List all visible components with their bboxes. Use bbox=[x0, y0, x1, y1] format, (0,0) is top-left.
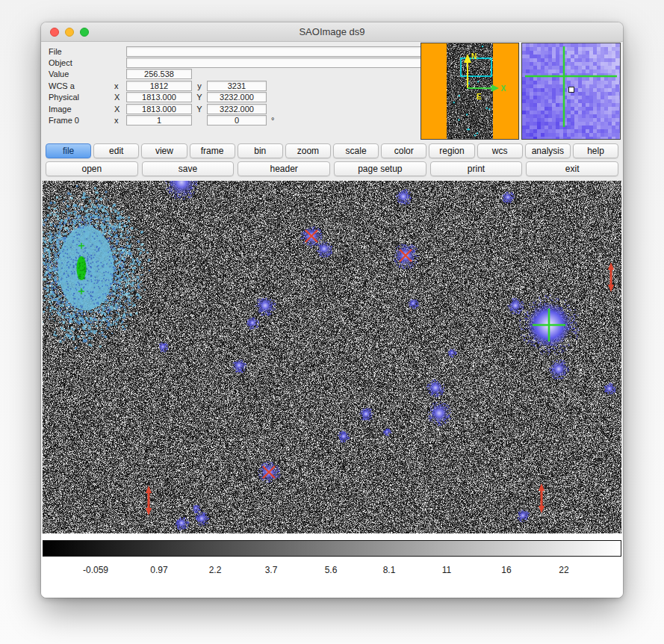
colorbar[interactable] bbox=[43, 540, 621, 557]
tick-label: 2.2 bbox=[209, 565, 222, 575]
button-exit[interactable]: exit bbox=[526, 161, 618, 176]
menu-wcs[interactable]: wcs bbox=[477, 143, 523, 158]
menu-help[interactable]: help bbox=[573, 143, 618, 158]
file-field[interactable] bbox=[126, 46, 422, 57]
tick-label: 3.7 bbox=[265, 565, 278, 575]
info-row-frame: Frame 0 x ° bbox=[49, 114, 422, 126]
tick-label: 11 bbox=[442, 565, 451, 575]
value-field[interactable] bbox=[126, 69, 192, 79]
menu-analysis[interactable]: analysis bbox=[525, 143, 571, 158]
fullscreen-button[interactable] bbox=[80, 28, 89, 37]
physical-label: Physical bbox=[49, 93, 114, 102]
menu-bin[interactable]: bin bbox=[238, 143, 283, 158]
button-header[interactable]: header bbox=[238, 161, 330, 176]
menu-zoom[interactable]: zoom bbox=[285, 143, 331, 158]
tick-label: 0.97 bbox=[150, 565, 167, 575]
info-row-wcs: WCS a x y bbox=[49, 80, 422, 91]
wcs-label: WCS a bbox=[49, 81, 114, 90]
file-label: File bbox=[49, 47, 114, 56]
tick-label: 8.1 bbox=[383, 565, 396, 575]
physical-y-field[interactable] bbox=[207, 92, 267, 102]
info-row-value: Value bbox=[49, 69, 422, 80]
image-label: Image bbox=[49, 105, 114, 114]
colorbar-section: -0.0590.972.23.75.68.1111622 bbox=[41, 533, 623, 598]
wcs-y-field[interactable] bbox=[207, 81, 267, 91]
physical-y-key: Y bbox=[192, 93, 207, 102]
wcs-x-field[interactable] bbox=[126, 81, 192, 91]
wcs-y-key: y bbox=[192, 81, 207, 90]
image-y-field[interactable] bbox=[207, 104, 267, 114]
tick-label: 22 bbox=[559, 565, 568, 575]
image-x-field[interactable] bbox=[126, 104, 192, 114]
minimize-button[interactable] bbox=[65, 28, 74, 37]
button-save[interactable]: save bbox=[142, 161, 235, 176]
info-row-image: Image X Y bbox=[49, 103, 422, 114]
object-field[interactable] bbox=[126, 58, 422, 68]
frame-x-field[interactable] bbox=[126, 115, 192, 126]
value-label: Value bbox=[49, 69, 114, 78]
image-canvas[interactable] bbox=[43, 181, 621, 533]
button-print[interactable]: print bbox=[430, 161, 523, 176]
titlebar: SAOImage ds9 bbox=[41, 22, 623, 42]
tick-label: 5.6 bbox=[325, 565, 338, 575]
ds9-window: SAOImage ds9 File Object Value WCS a x bbox=[41, 22, 623, 598]
menu-view[interactable]: view bbox=[141, 143, 187, 158]
close-button[interactable] bbox=[50, 28, 59, 37]
frame-y-field[interactable] bbox=[207, 115, 267, 126]
info-row-file: File bbox=[49, 46, 422, 57]
object-label: Object bbox=[49, 58, 114, 67]
traffic-lights bbox=[50, 28, 89, 37]
image-y-key: Y bbox=[192, 105, 207, 114]
window-title: SAOImage ds9 bbox=[41, 22, 623, 41]
menu-region[interactable]: region bbox=[429, 143, 474, 158]
physical-x-field[interactable] bbox=[126, 92, 192, 102]
physical-x-key: X bbox=[114, 93, 126, 102]
image-x-key: X bbox=[114, 105, 126, 114]
menu-color[interactable]: color bbox=[381, 143, 426, 158]
tick-label: 16 bbox=[501, 565, 511, 575]
tick-label: -0.059 bbox=[83, 565, 108, 575]
menu-scale[interactable]: scale bbox=[333, 143, 379, 158]
degree-symbol: ° bbox=[271, 116, 274, 125]
frame-x-key: x bbox=[114, 116, 126, 125]
desktop: SAOImage ds9 File Object Value WCS a x bbox=[0, 0, 664, 644]
info-row-object: Object bbox=[49, 57, 422, 68]
menu-edit[interactable]: edit bbox=[93, 143, 139, 158]
file-toolbar: opensaveheaderpage setupprintexit bbox=[46, 161, 618, 176]
colorbar-ticks: -0.0590.972.23.75.68.1111622 bbox=[41, 565, 623, 577]
magnifier-view bbox=[521, 43, 621, 140]
menu-file[interactable]: file bbox=[46, 143, 91, 158]
panner-view[interactable] bbox=[421, 43, 519, 140]
button-open[interactable]: open bbox=[46, 161, 138, 176]
menu-frame[interactable]: frame bbox=[190, 143, 235, 158]
frame-label: Frame 0 bbox=[49, 116, 114, 125]
info-panel: File Object Value WCS a x y bbox=[49, 46, 422, 126]
button-page-setup[interactable]: page setup bbox=[334, 161, 426, 176]
menu-bar: fileeditviewframebinzoomscalecolorregion… bbox=[46, 143, 618, 158]
info-row-physical: Physical X Y bbox=[49, 92, 422, 103]
wcs-x-key: x bbox=[114, 81, 126, 90]
